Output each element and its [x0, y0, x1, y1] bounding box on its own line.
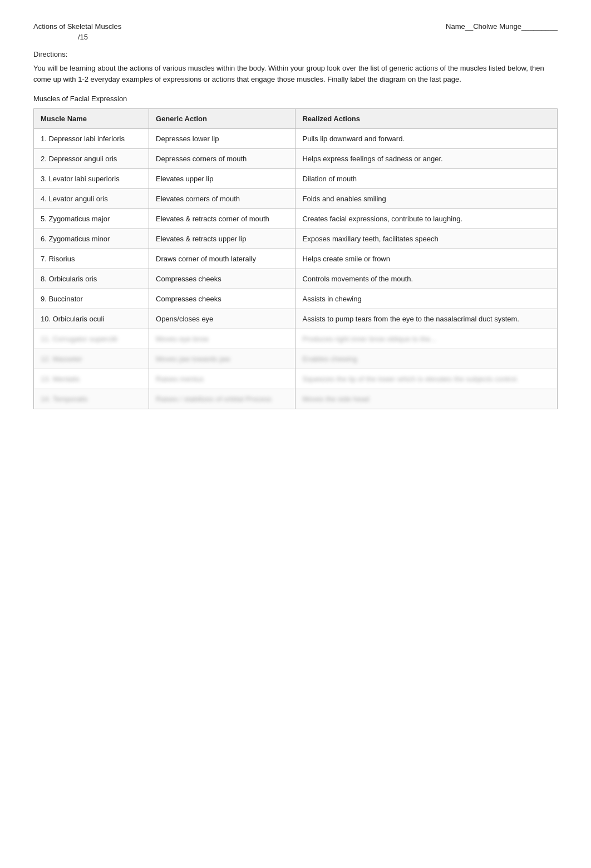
generic-action: Elevates corners of mouth — [149, 189, 296, 209]
table-row: 13. MentalisRaises mentusSqueezes the li… — [34, 369, 558, 389]
generic-action: Elevates & retracts upper lip — [149, 229, 296, 249]
table-row: 14. TemporalisRaises / stabilizes of orb… — [34, 389, 558, 409]
muscle-name: 1. Depressor labi inferioris — [34, 129, 149, 149]
realized-action: Exposes maxillary teeth, facilitates spe… — [296, 229, 558, 249]
muscle-name: 5. Zygomaticus major — [34, 209, 149, 229]
generic-action: Raises / stabilizes of orbital Process — [149, 389, 296, 409]
generic-action: Raises mentus — [149, 369, 296, 389]
col-header-generic: Generic Action — [149, 109, 296, 129]
realized-action: Squeezes the lip of the lower which is e… — [296, 369, 558, 389]
directions-text: You will be learning about the actions o… — [33, 63, 556, 85]
table-row: 5. Zygomaticus majorElevates & retracts … — [34, 209, 558, 229]
muscles-table: Muscle Name Generic Action Realized Acti… — [33, 108, 558, 409]
muscle-name: 4. Levator anguli oris — [34, 189, 149, 209]
student-name: Name__Cholwe Munge_________ — [446, 22, 558, 31]
table-row: 9. BuccinatorCompresses cheeksAssists in… — [34, 289, 558, 309]
table-row: 11. Corrugator superciliiMoves eye browP… — [34, 329, 558, 349]
generic-action: Moves eye brow — [149, 329, 296, 349]
generic-action: Elevates upper lip — [149, 169, 296, 189]
muscle-name: 7. Risorius — [34, 249, 149, 269]
realized-action: Helps express feelings of sadness or ang… — [296, 149, 558, 169]
realized-action: Folds and enables smiling — [296, 189, 558, 209]
col-header-realized: Realized Actions — [296, 109, 558, 129]
col-header-muscle: Muscle Name — [34, 109, 149, 129]
muscle-name: 2. Depressor anguli oris — [34, 149, 149, 169]
score: /15 — [78, 33, 558, 41]
muscle-name: 3. Levator labi superioris — [34, 169, 149, 189]
realized-action: Moves the side head — [296, 389, 558, 409]
table-row: 4. Levator anguli orisElevates corners o… — [34, 189, 558, 209]
generic-action: Elevates & retracts corner of mouth — [149, 209, 296, 229]
generic-action: Depresses lower lip — [149, 129, 296, 149]
directions-label: Directions: — [33, 50, 558, 58]
generic-action: Compresses cheeks — [149, 269, 296, 289]
muscle-name: 8. Orbicularis oris — [34, 269, 149, 289]
generic-action: Draws corner of mouth laterally — [149, 249, 296, 269]
muscle-name: 13. Mentalis — [34, 369, 149, 389]
realized-action: Assists in chewing — [296, 289, 558, 309]
table-row: 12. MasseterMoves jaw towards jawEnables… — [34, 349, 558, 369]
realized-action: Pulls lip downward and forward. — [296, 129, 558, 149]
page-header: Actions of Skeletal Muscles Name__Cholwe… — [33, 22, 558, 31]
generic-action: Compresses cheeks — [149, 289, 296, 309]
muscle-name: 11. Corrugator supercilii — [34, 329, 149, 349]
realized-action: Helps create smile or frown — [296, 249, 558, 269]
table-row: 6. Zygomaticus minorElevates & retracts … — [34, 229, 558, 249]
realized-action: Controls movements of the mouth. — [296, 269, 558, 289]
table-row: 1. Depressor labi inferiorisDepresses lo… — [34, 129, 558, 149]
realized-action: Creates facial expressions, contribute t… — [296, 209, 558, 229]
table-row: 8. Orbicularis orisCompresses cheeksCont… — [34, 269, 558, 289]
table-row: 2. Depressor anguli orisDepresses corner… — [34, 149, 558, 169]
generic-action: Moves jaw towards jaw — [149, 349, 296, 369]
generic-action: Opens/closes eye — [149, 309, 296, 329]
table-row: 7. RisoriusDraws corner of mouth lateral… — [34, 249, 558, 269]
generic-action: Depresses corners of mouth — [149, 149, 296, 169]
realized-action: Produces right inner brow oblique to the… — [296, 329, 558, 349]
muscle-name: 10. Orbicularis oculi — [34, 309, 149, 329]
realized-action: Assists to pump tears from the eye to th… — [296, 309, 558, 329]
muscle-name: 14. Temporalis — [34, 389, 149, 409]
table-row: 10. Orbicularis oculiOpens/closes eyeAss… — [34, 309, 558, 329]
realized-action: Dilation of mouth — [296, 169, 558, 189]
muscle-name: 12. Masseter — [34, 349, 149, 369]
page-title: Actions of Skeletal Muscles — [33, 22, 121, 31]
muscle-name: 6. Zygomaticus minor — [34, 229, 149, 249]
muscle-name: 9. Buccinator — [34, 289, 149, 309]
section-title: Muscles of Facial Expression — [33, 95, 558, 103]
realized-action: Enables chewing — [296, 349, 558, 369]
table-row: 3. Levator labi superiorisElevates upper… — [34, 169, 558, 189]
